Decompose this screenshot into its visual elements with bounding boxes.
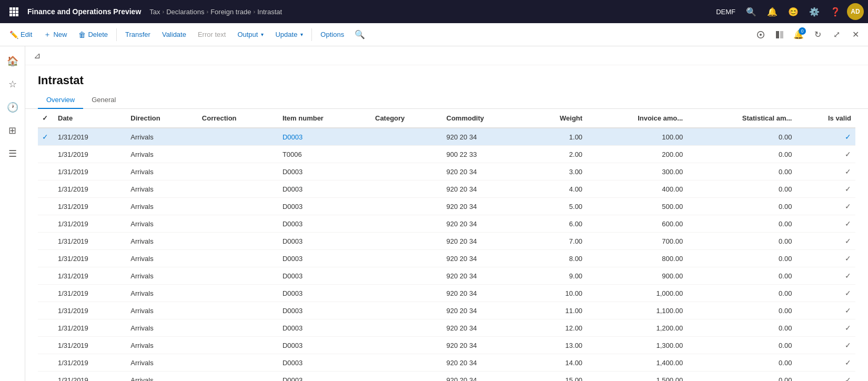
table-row[interactable]: 1/31/2019 Arrivals D0003 920 20 34 5.00 … (38, 198, 855, 215)
table-row[interactable]: 1/31/2019 Arrivals T0006 900 22 33 2.00 … (38, 146, 855, 163)
table-row[interactable]: 1/31/2019 Arrivals D0003 920 20 34 12.00… (38, 319, 855, 337)
row-check (38, 285, 54, 302)
row-category (371, 302, 442, 319)
table-row[interactable]: 1/31/2019 Arrivals D0003 920 20 34 14.00… (38, 354, 855, 372)
table-row[interactable]: 1/31/2019 Arrivals D0003 920 20 34 7.00 … (38, 233, 855, 250)
row-commodity: 920 20 34 (442, 128, 529, 146)
svg-rect-0 (9, 7, 12, 10)
table-row[interactable]: 1/31/2019 Arrivals D0003 920 20 34 13.00… (38, 337, 855, 354)
table-row[interactable]: 1/31/2019 Arrivals D0003 920 20 34 11.00… (38, 302, 855, 319)
avatar[interactable]: AD (847, 3, 864, 20)
new-icon: ＋ (44, 30, 51, 39)
toolbar-search-icon[interactable]: 🔍 (355, 29, 365, 39)
grid-menu-icon[interactable] (4, 0, 23, 23)
table-row[interactable]: 1/31/2019 Arrivals D0003 920 20 34 6.00 … (38, 215, 855, 233)
row-check (38, 198, 54, 215)
row-commodity: 920 20 34 (442, 181, 529, 198)
row-weight: 4.00 (528, 181, 587, 198)
filter-icon[interactable]: ⊿ (34, 51, 41, 61)
row-direction: Arrivals (126, 146, 198, 163)
row-check: ✓ (38, 128, 54, 146)
breadcrumb-sep-3: › (253, 8, 255, 15)
breadcrumb-foreign-trade[interactable]: Foreign trade (210, 8, 251, 16)
row-category (371, 337, 442, 354)
sidebar-home-icon[interactable]: 🏠 (2, 51, 23, 72)
app-title: Finance and Operations Preview (23, 7, 149, 16)
breadcrumb-intrastat[interactable]: Intrastat (257, 8, 282, 16)
row-category (371, 285, 442, 302)
row-correction (198, 372, 278, 382)
table-row[interactable]: ✓ 1/31/2019 Arrivals D0003 920 20 34 1.0… (38, 128, 855, 146)
notification-badge-icon[interactable]: 🔔 0 (790, 26, 807, 43)
settings-icon[interactable]: ⚙️ (805, 2, 824, 21)
options-button[interactable]: Options (315, 28, 349, 41)
close-icon[interactable]: ✕ (847, 26, 864, 43)
row-date: 1/31/2019 (54, 372, 126, 382)
svg-rect-2 (16, 7, 18, 10)
search-icon[interactable]: 🔍 (742, 2, 761, 21)
breadcrumb-tax[interactable]: Tax (149, 8, 160, 16)
valid-checkmark: ✓ (845, 324, 851, 332)
row-weight: 11.00 (528, 302, 587, 319)
sidebar-recent-icon[interactable]: 🕐 (2, 97, 23, 118)
table-row[interactable]: 1/31/2019 Arrivals D0003 920 20 34 4.00 … (38, 181, 855, 198)
delete-button[interactable]: 🗑 Delete (73, 28, 113, 42)
row-valid: ✓ (796, 198, 855, 215)
row-check (38, 233, 54, 250)
personalize-icon[interactable] (752, 26, 769, 43)
row-correction (198, 250, 278, 267)
sidebar-star-icon[interactable]: ☆ (2, 74, 23, 95)
row-category (371, 372, 442, 382)
row-weight: 6.00 (528, 215, 587, 233)
expand-icon[interactable]: ⤢ (828, 26, 845, 43)
row-correction (198, 233, 278, 250)
row-statistical: 0.00 (687, 302, 796, 319)
row-weight: 13.00 (528, 337, 587, 354)
transfer-button[interactable]: Transfer (120, 28, 156, 41)
col-direction: Direction (126, 109, 198, 128)
row-commodity: 920 20 34 (442, 163, 529, 181)
row-valid: ✓ (796, 233, 855, 250)
panel-toggle-icon[interactable] (771, 26, 788, 43)
tab-overview[interactable]: Overview (38, 92, 83, 109)
col-item-number: Item number (278, 109, 371, 128)
row-item-number: D0003 (278, 372, 371, 382)
content-area: ⊿ Intrastat Overview General ✓ Date Dire… (25, 46, 868, 381)
row-date: 1/31/2019 (54, 198, 126, 215)
row-date: 1/31/2019 (54, 354, 126, 372)
output-button[interactable]: Output ▾ (232, 28, 269, 41)
valid-checkmark: ✓ (845, 376, 851, 381)
row-commodity: 920 20 34 (442, 337, 529, 354)
update-button[interactable]: Update ▾ (270, 28, 308, 41)
row-item-number: D0003 (278, 285, 371, 302)
table-row[interactable]: 1/31/2019 Arrivals D0003 920 20 34 10.00… (38, 285, 855, 302)
row-direction: Arrivals (126, 198, 198, 215)
table-row[interactable]: 1/31/2019 Arrivals D0003 920 20 34 8.00 … (38, 250, 855, 267)
notification-icon[interactable]: 🔔 (763, 2, 782, 21)
row-item-number[interactable]: D0003 (278, 128, 371, 146)
validate-button[interactable]: Validate (157, 28, 191, 41)
emoji-icon[interactable]: 😊 (784, 2, 803, 21)
row-correction (198, 146, 278, 163)
row-statistical: 0.00 (687, 146, 796, 163)
edit-button[interactable]: ✏️ Edit (4, 28, 37, 42)
row-date: 1/31/2019 (54, 337, 126, 354)
refresh-icon[interactable]: ↻ (809, 26, 826, 43)
help-icon[interactable]: ❓ (826, 2, 845, 21)
tab-general[interactable]: General (83, 92, 124, 109)
new-button[interactable]: ＋ New (38, 27, 72, 42)
row-valid: ✓ (796, 267, 855, 285)
table-row[interactable]: 1/31/2019 Arrivals D0003 920 20 34 15.00… (38, 372, 855, 382)
error-text-button[interactable]: Error text (193, 28, 231, 41)
sidebar-list-icon[interactable]: ☰ (2, 143, 23, 164)
row-item-number: D0003 (278, 267, 371, 285)
row-weight: 14.00 (528, 354, 587, 372)
main-layout: 🏠 ☆ 🕐 ⊞ ☰ ⊿ Intrastat Overview General ✓… (0, 46, 868, 381)
table-row[interactable]: 1/31/2019 Arrivals D0003 920 20 34 3.00 … (38, 163, 855, 181)
table-row[interactable]: 1/31/2019 Arrivals D0003 920 20 34 9.00 … (38, 267, 855, 285)
breadcrumb-declarations[interactable]: Declarations (166, 8, 204, 16)
row-direction: Arrivals (126, 250, 198, 267)
valid-checkmark: ✓ (845, 133, 851, 141)
sidebar-workspace-icon[interactable]: ⊞ (2, 120, 23, 141)
row-correction (198, 163, 278, 181)
